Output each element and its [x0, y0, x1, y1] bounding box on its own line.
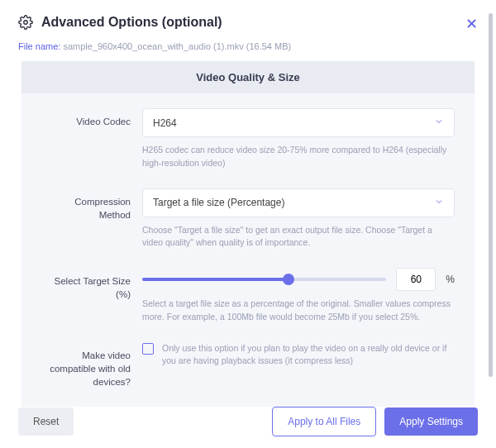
target-label: Select Target Size (%) [41, 268, 131, 324]
codec-label: Video Codec [41, 108, 131, 170]
advanced-options-modal: Advanced Options (optional) ✕ File name:… [0, 0, 496, 448]
compression-hint: Choose "Target a file size" to get an ex… [142, 224, 455, 250]
compat-row: Make video compatible with old devices? … [41, 342, 455, 388]
modal-footer: Reset Apply to All Files Apply Settings [18, 407, 478, 436]
chevron-down-icon [434, 117, 444, 129]
compat-hint: Only use this option if you plan to play… [162, 342, 455, 369]
compression-select[interactable]: Target a file size (Percentage) [142, 188, 455, 217]
target-content: % Select a target file size as a percent… [142, 268, 455, 324]
apply-settings-button[interactable]: Apply Settings [384, 407, 478, 436]
compat-label: Make video compatible with old devices? [41, 342, 131, 388]
chevron-down-icon [434, 197, 444, 209]
slider-thumb[interactable] [283, 274, 294, 285]
compat-content: Only use this option if you plan to play… [142, 342, 455, 388]
apply-all-button[interactable]: Apply to All Files [272, 407, 376, 436]
file-name-label: File name: [18, 41, 63, 51]
target-slider-row: % [142, 268, 455, 291]
target-row: Select Target Size (%) % Select a target… [41, 268, 455, 324]
compat-checkbox[interactable] [142, 343, 154, 355]
compression-label: Compression Method [41, 188, 131, 250]
compression-content: Target a file size (Percentage) Choose "… [142, 188, 455, 250]
svg-point-0 [24, 21, 28, 25]
gear-icon [18, 15, 33, 30]
codec-content: H264 H265 codec can reduce video size 20… [142, 108, 455, 170]
target-slider[interactable] [142, 278, 386, 281]
scrollbar[interactable] [489, 13, 493, 377]
compat-checkbox-row: Only use this option if you plan to play… [142, 342, 455, 369]
codec-value: H264 [153, 117, 177, 129]
codec-select[interactable]: H264 [142, 108, 455, 137]
file-name-value: sample_960x400_ocean_with_audio (1).mkv … [63, 41, 291, 51]
target-hint: Select a target file size as a percentag… [142, 298, 455, 324]
modal-header: Advanced Options (optional) [18, 15, 478, 30]
quality-panel: Video Quality & Size Video Codec H264 H2… [21, 61, 475, 407]
close-button[interactable]: ✕ [465, 15, 478, 33]
panel-body: Video Codec H264 H265 codec can reduce v… [21, 93, 475, 407]
modal-title: Advanced Options (optional) [41, 15, 222, 30]
panel-title: Video Quality & Size [21, 61, 475, 93]
codec-hint: H265 codec can reduce video size 20-75% … [142, 144, 455, 170]
percent-symbol: % [446, 274, 455, 285]
codec-row: Video Codec H264 H265 codec can reduce v… [41, 108, 455, 170]
target-percentage-input[interactable] [396, 268, 436, 291]
compression-value: Target a file size (Percentage) [153, 197, 284, 208]
compression-row: Compression Method Target a file size (P… [41, 188, 455, 250]
reset-button[interactable]: Reset [18, 407, 74, 436]
file-name-line: File name: sample_960x400_ocean_with_aud… [18, 41, 478, 51]
